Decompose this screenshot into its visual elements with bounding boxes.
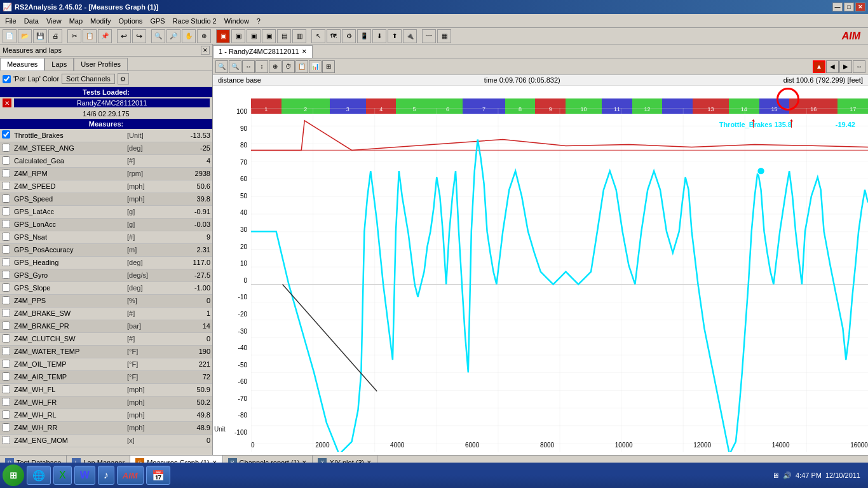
measure-check-23[interactable] xyxy=(0,421,12,434)
menu-view[interactable]: View xyxy=(43,16,65,26)
measure-check-7[interactable] xyxy=(0,218,12,231)
taskbar-word[interactable]: W xyxy=(74,466,95,485)
measures-row-6[interactable]: GPS_LatAcc [g] -0.91 xyxy=(0,205,212,218)
tb-bar[interactable]: ▦ xyxy=(437,29,451,43)
measure-check-18[interactable] xyxy=(0,358,12,370)
measure-check-13[interactable] xyxy=(0,294,12,307)
measure-check-3[interactable] xyxy=(0,167,12,180)
measures-row-13[interactable]: Z4M_PPS [%] 0 xyxy=(0,294,212,307)
graph-tab-main[interactable]: 1 - RandyZ4MC28112011 ✕ xyxy=(213,45,313,58)
measure-check-12[interactable] xyxy=(0,281,12,294)
measure-check-10[interactable] xyxy=(0,256,12,269)
minimize-button[interactable]: — xyxy=(832,3,843,11)
tb-graph1[interactable]: ▣ xyxy=(216,29,230,43)
g-zoom-out[interactable]: 🔍 xyxy=(229,60,241,73)
tb-zoom-out[interactable]: 🔎 xyxy=(166,29,180,43)
taskbar-media[interactable]: ♪ xyxy=(98,466,114,485)
sort-channels-button[interactable]: Sort Channels xyxy=(62,74,115,84)
measure-check-16[interactable] xyxy=(0,332,12,345)
g-next[interactable]: ▶ xyxy=(839,60,852,73)
tb-zoom-in[interactable]: 🔍 xyxy=(151,29,165,43)
measures-row-0[interactable]: Throttle_Brakes [Unit] -13.53 xyxy=(0,129,212,142)
measures-row-23[interactable]: Z4M_WH_RR [mph] 48.9 xyxy=(0,421,212,434)
maximize-button[interactable]: □ xyxy=(844,3,854,11)
measures-row-9[interactable]: GPS_PosAccuracy [m] 2.31 xyxy=(0,243,212,256)
measures-row-7[interactable]: GPS_LonAcc [g] -0.03 xyxy=(0,218,212,231)
measures-row-4[interactable]: Z4M_SPEED [mph] 50.6 xyxy=(0,180,212,193)
measure-check-14[interactable] xyxy=(0,307,12,320)
g-grid[interactable]: ⊞ xyxy=(322,60,335,73)
g-zoom-in[interactable]: 🔍 xyxy=(215,60,228,73)
tb-wave[interactable]: 〰 xyxy=(422,29,436,43)
close-button[interactable]: ✕ xyxy=(855,3,865,11)
measures-row-2[interactable]: Calculated_Gea [#] 4 xyxy=(0,154,212,167)
tb-print[interactable]: 🖨 xyxy=(48,29,62,43)
g-active-marker[interactable]: ▲ xyxy=(813,60,825,73)
measures-row-11[interactable]: GPS_Gyro [deg/s] -27.5 xyxy=(0,269,212,281)
remove-test-button[interactable]: ✕ xyxy=(3,98,11,107)
measures-row-14[interactable]: Z4M_BRAKE_SW [#] 1 xyxy=(0,307,212,320)
tb-undo[interactable]: ↩ xyxy=(117,29,131,43)
tb-copy[interactable]: 📋 xyxy=(83,29,97,43)
g-zoom-y[interactable]: ↕ xyxy=(255,60,268,73)
measures-row-5[interactable]: GPS_Speed [mph] 39.8 xyxy=(0,193,212,205)
tb-graph5[interactable]: ▤ xyxy=(277,29,291,43)
g-zoom-x[interactable]: ↔ xyxy=(242,60,255,73)
measures-row-1[interactable]: Z4M_STEER_ANG [deg] -25 xyxy=(0,142,212,154)
tb-phone[interactable]: 📱 xyxy=(357,29,371,43)
menu-data[interactable]: Data xyxy=(20,16,43,26)
measure-check-8[interactable] xyxy=(0,231,12,243)
g-report[interactable]: 📋 xyxy=(295,60,308,73)
start-button[interactable]: ⊞ xyxy=(3,464,24,486)
tb-save[interactable]: 💾 xyxy=(33,29,47,43)
tb-redo[interactable]: ↪ xyxy=(132,29,146,43)
tb-new[interactable]: 📄 xyxy=(3,29,17,43)
measures-row-24[interactable]: Z4M_ENG_MOM [x] 0 xyxy=(0,434,212,447)
tb-settings[interactable]: ⚙ xyxy=(342,29,356,43)
measure-check-0[interactable] xyxy=(0,129,12,142)
taskbar-excel[interactable]: X xyxy=(53,466,72,485)
measure-check-2[interactable] xyxy=(0,154,12,167)
measures-row-10[interactable]: GPS_Heading [deg] 117.0 xyxy=(0,256,212,269)
g-fit[interactable]: ⊕ xyxy=(269,60,281,73)
tab-measures[interactable]: Measures xyxy=(0,58,44,71)
tb-connect[interactable]: 🔌 xyxy=(403,29,417,43)
sort-icon[interactable]: ⚙ xyxy=(118,73,129,85)
tb-graph6[interactable]: ▥ xyxy=(292,29,306,43)
tab-laps[interactable]: Laps xyxy=(44,58,74,71)
menu-modify[interactable]: Modify xyxy=(86,16,114,26)
tb-graph3[interactable]: ▣ xyxy=(247,29,261,43)
measure-check-21[interactable] xyxy=(0,396,12,409)
menu-map[interactable]: Map xyxy=(65,16,86,26)
tb-select[interactable]: ⊕ xyxy=(197,29,211,43)
tab-user-profiles[interactable]: User Profiles xyxy=(74,58,128,71)
g-expand[interactable]: ↔ xyxy=(853,60,865,73)
measure-check-20[interactable] xyxy=(0,383,12,396)
taskbar-ie[interactable]: 🌐 xyxy=(27,466,51,485)
per-lap-checkbox[interactable] xyxy=(3,75,11,83)
measure-check-15[interactable] xyxy=(0,320,12,332)
measure-check-4[interactable] xyxy=(0,180,12,193)
taskbar-calendar[interactable]: 📅 xyxy=(146,466,170,485)
measures-row-8[interactable]: GPS_Nsat [#] 9 xyxy=(0,231,212,243)
measure-check-24[interactable] xyxy=(0,434,12,447)
measure-check-22[interactable] xyxy=(0,409,12,421)
tb-track[interactable]: 🗺 xyxy=(327,29,341,43)
graph-tab-close[interactable]: ✕ xyxy=(302,48,307,55)
measure-check-5[interactable] xyxy=(0,193,12,205)
measures-row-22[interactable]: Z4M_WH_RL [mph] 49.8 xyxy=(0,409,212,421)
measures-row-12[interactable]: GPS_Slope [deg] -1.00 xyxy=(0,281,212,294)
measure-check-19[interactable] xyxy=(0,370,12,383)
menu-racestudio[interactable]: Race Studio 2 xyxy=(169,16,220,26)
tb-graph2[interactable]: ▣ xyxy=(231,29,245,43)
measure-check-9[interactable] xyxy=(0,243,12,256)
measure-check-11[interactable] xyxy=(0,269,12,281)
taskbar-aim[interactable]: AIM xyxy=(117,466,144,485)
measures-row-17[interactable]: Z4M_WATER_TEMP [°F] 190 xyxy=(0,345,212,358)
measure-check-6[interactable] xyxy=(0,205,12,218)
menu-help[interactable]: ? xyxy=(253,16,264,26)
tb-open[interactable]: 📂 xyxy=(18,29,32,43)
tb-pan[interactable]: ✋ xyxy=(182,29,196,43)
menu-file[interactable]: File xyxy=(1,16,20,26)
measure-check-1[interactable] xyxy=(0,142,12,154)
